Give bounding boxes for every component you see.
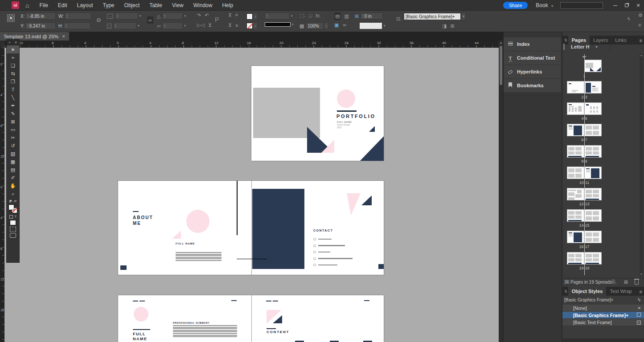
default-colors-icon[interactable]: ◩ (9, 200, 12, 203)
align-top-icon[interactable]: ⊼ (228, 12, 232, 18)
about-pink-circle[interactable] (186, 210, 209, 233)
page-thumb-left[interactable] (567, 81, 584, 94)
align-bottom-icon[interactable]: ⊻ (228, 22, 232, 28)
cover-title[interactable]: PORTFOLIO (336, 114, 376, 119)
chevron-down-icon[interactable]: ▾ (384, 24, 386, 28)
content-heading[interactable]: CONTENT (267, 330, 289, 334)
resume-dash[interactable] (139, 301, 145, 301)
menu-help[interactable]: Help (217, 2, 238, 8)
x-position-field[interactable]: ▴▾-8.85 in (25, 12, 56, 20)
page-thumb-right[interactable] (584, 124, 602, 136)
cover-small-triangle[interactable] (369, 126, 375, 132)
panel-button-index[interactable]: Index (504, 37, 561, 51)
chevron-down-icon[interactable]: ▾ (184, 24, 186, 28)
contact-item[interactable] (313, 264, 337, 266)
edit-page-size-icon[interactable]: ⎘. (611, 279, 617, 285)
corner-options-icon[interactable]: ⊞ (355, 13, 359, 19)
page-thumb-left[interactable] (567, 145, 584, 158)
scrollbar-thumb[interactable] (500, 46, 502, 85)
page-thumb-left[interactable] (567, 102, 584, 115)
spread-thumbnail-8-9[interactable]: 8-9 (567, 144, 602, 164)
panel-button-hyperlinks[interactable]: Hyperlinks (504, 65, 561, 78)
pen-tool[interactable]: ✒ (7, 102, 19, 110)
height-field[interactable]: ▴▾ (64, 22, 90, 29)
y-position-field[interactable]: ▴▾9.247 in (25, 22, 56, 29)
about-vertical-rule[interactable] (237, 181, 238, 235)
adobe-sensei-icon[interactable]: ϟ (628, 16, 630, 21)
lightning-icon[interactable]: ϟ (638, 297, 640, 302)
stroke-color-swatch[interactable] (246, 23, 253, 29)
collapse-panel-icon[interactable]: ⇅ (564, 289, 567, 293)
frame-tool[interactable]: ⊠ (7, 118, 19, 126)
contact-heading[interactable]: CONTACT (313, 229, 333, 232)
scissors-tool[interactable]: ✂ (7, 134, 19, 142)
page-thumb-left[interactable] (567, 209, 584, 222)
gradient-feather-tool[interactable]: ▦ (7, 158, 19, 166)
spread-cross-rule[interactable] (237, 259, 267, 259)
constrain-scale-icon[interactable]: ∞ (147, 16, 153, 24)
rectangle-tool[interactable]: ▭ (7, 126, 19, 134)
select-container-icon[interactable]: P (215, 16, 219, 23)
page-thumb-right[interactable] (584, 252, 602, 265)
horizontal-ruler[interactable]: 1284048121620242832364044 (4, 41, 499, 48)
rotation-angle-field[interactable]: ▴▾ (162, 12, 183, 20)
panel-button-conditional-text[interactable]: TConditional Text (504, 51, 561, 65)
opacity-field[interactable]: 100% (306, 22, 324, 29)
selection-tool[interactable]: ➤ (7, 45, 19, 53)
contact-pink-triangle[interactable] (347, 193, 361, 216)
about-heading-rule[interactable] (133, 211, 139, 212)
normal-view-icon[interactable] (10, 233, 16, 238)
spread-thumbnail-1[interactable]: 1 (567, 59, 602, 78)
chevron-down-icon[interactable]: ▾ (139, 14, 141, 18)
panel-menu-icon[interactable]: ≡ (640, 289, 642, 294)
vertical-scrollbar[interactable]: ▲ (499, 41, 503, 342)
close-icon[interactable]: ✕ (14, 41, 17, 45)
stroke-options-button[interactable]: › (253, 22, 258, 29)
contact-item[interactable] (313, 251, 330, 253)
cover-title-rule[interactable] (337, 110, 357, 112)
frame-fitting-icon[interactable]: ⊡. (396, 16, 402, 22)
page-cover[interactable]: PORTFOLIO FULL NAME Interior Design 2023 (251, 65, 384, 161)
direct-selection-tool[interactable]: ➢ (7, 53, 19, 61)
resume-summary-heading[interactable]: PROFESSIONAL SUMMARY (173, 322, 209, 324)
expand-panel-icon[interactable]: » (8, 41, 10, 45)
distribute-v-icon[interactable]: ≡ (235, 23, 238, 28)
cover-name[interactable]: FULL NAME (337, 121, 352, 123)
menu-object[interactable]: Object (119, 2, 145, 8)
opacity-options-button[interactable]: › (324, 22, 328, 29)
line-tool[interactable]: ╲ (7, 94, 19, 102)
wrap-none-icon[interactable]: ▤ (334, 12, 340, 20)
corner-radius-field[interactable]: ▴▾0 in (361, 12, 383, 20)
page-thumb-right[interactable] (584, 167, 602, 179)
scroll-down-icon[interactable]: ▼ (640, 273, 643, 276)
spread-thumbnail-2-3[interactable]: 2-3 (567, 80, 602, 100)
content-dash[interactable] (364, 300, 369, 301)
hand-tool[interactable]: ✋ (7, 182, 19, 190)
page-thumb-right[interactable] (584, 145, 602, 158)
rotate-ccw-icon[interactable]: ↶ (205, 12, 209, 18)
note-tool[interactable]: ▤ (7, 166, 19, 174)
content-rule[interactable] (267, 328, 276, 329)
contact-item[interactable] (313, 244, 345, 247)
object-style-row[interactable]: [Basic Text Frame]T (562, 319, 644, 326)
new-spread-icon[interactable]: ⊞ (624, 279, 628, 285)
page-thumb-right[interactable] (584, 60, 602, 72)
contact-navy-triangle[interactable] (361, 195, 372, 205)
delete-page-icon[interactable] (635, 280, 639, 285)
page-thumb-left[interactable] (567, 188, 584, 200)
fill-stroke-swatches[interactable] (8, 204, 17, 213)
screen-mode-icon[interactable] (10, 227, 16, 232)
resume-summary-placeholder[interactable] (173, 325, 237, 337)
constrain-dimensions-icon[interactable]: ⊘ (96, 16, 101, 23)
resume-dash[interactable] (231, 300, 237, 301)
fill-options-button[interactable]: › (253, 13, 258, 20)
about-name[interactable]: FULL NAME (176, 242, 195, 245)
menu-view[interactable]: View (167, 2, 189, 8)
minimize-button[interactable] (609, 0, 621, 11)
formatting-text-icon[interactable]: T (15, 215, 17, 219)
about-heading[interactable]: ABOUT ME (133, 215, 153, 226)
app-search-input[interactable] (560, 2, 603, 9)
frame-icon[interactable]: □ (309, 13, 312, 18)
object-style-row[interactable]: [None]✕ (562, 305, 644, 312)
pencil-tool[interactable]: ✎ (7, 110, 19, 118)
